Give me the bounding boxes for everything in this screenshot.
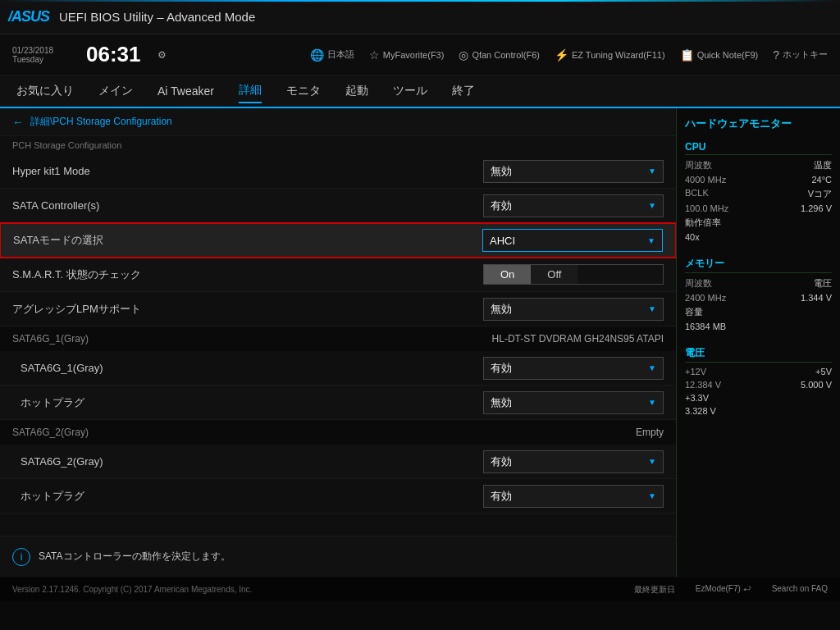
panel-volt-row0: +12V +5V xyxy=(685,367,832,377)
breadcrumb: ← 詳細\PCH Storage Configuration xyxy=(0,108,676,136)
panel-volt-single1: 3.328 V xyxy=(685,406,832,416)
setting-label-hotplug1: ホットプラグ xyxy=(12,395,483,410)
panel-section-memory: メモリー 周波数 電圧 2400 MHz 1.344 V 容量 16384 MB xyxy=(685,257,832,335)
hotkey-label: ホットキー xyxy=(783,48,828,61)
setting-row-hotplug2: ホットプラグ 有効 ▼ xyxy=(0,479,676,514)
qfan-button[interactable]: ◎ Qfan Control(F6) xyxy=(459,48,540,62)
setting-value-hyperkit: 無効 ▼ xyxy=(483,160,664,183)
panel-cpu-key2: BCLK xyxy=(685,188,709,200)
panel-volt-val0: +5V xyxy=(815,367,832,377)
panel-voltage-title: 電圧 xyxy=(685,346,832,363)
nav-details[interactable]: 詳細 xyxy=(239,79,262,103)
dropdown-hyperkit[interactable]: 無効 ▼ xyxy=(483,160,664,183)
right-panel: ハードウェアモニター CPU 周波数 温度 4000 MHz 24°C BCLK… xyxy=(676,108,840,577)
nav-ai-tweaker[interactable]: Ai Tweaker xyxy=(158,80,214,102)
top-icons-bar: 🌐 日本語 ☆ MyFavorite(F3) ◎ Qfan Control(F6… xyxy=(310,48,828,62)
note-icon: 📋 xyxy=(680,48,694,62)
toggle-on-button[interactable]: On xyxy=(484,265,531,284)
panel-mem-single0: 容量 xyxy=(685,306,832,318)
panel-section-voltage: 電圧 +12V +5V 12.384 V 5.000 V +3.3V 3.328… xyxy=(685,346,832,419)
panel-cpu-key0: 周波数 xyxy=(685,159,712,171)
panel-mem-single1: 16384 MB xyxy=(685,322,832,331)
panel-cpu-single0: 動作倍率 xyxy=(685,217,832,229)
dropdown-sata6g2-enabled-arrow: ▼ xyxy=(648,457,656,466)
panel-cpu-row2: BCLK Vコア xyxy=(685,188,832,200)
setting-row-hotplug1: ホットプラグ 無効 ▼ xyxy=(0,386,676,420)
left-content: ← 詳細\PCH Storage Configuration PCH Stora… xyxy=(0,108,676,577)
clock-settings-icon[interactable]: ⚙ xyxy=(158,49,167,61)
setting-label-satacontroller: SATA Controller(s) xyxy=(12,199,483,212)
panel-section-cpu: CPU 周波数 温度 4000 MHz 24°C BCLK Vコア 100.0 … xyxy=(685,141,832,245)
day: Tuesday xyxy=(12,55,70,64)
version-text: Version 2.17.1246. Copyright (C) 2017 Am… xyxy=(12,585,252,594)
search-faq-button[interactable]: Search on FAQ xyxy=(772,584,828,596)
setting-row-satacontroller: SATA Controller(s) 有効 ▼ xyxy=(0,189,676,223)
setting-label-sata6g2-enabled: SATA6G_2(Gray) xyxy=(12,455,483,468)
nav-bar: お気に入り メイン Ai Tweaker 詳細 モニタ 起動 ツール 終了 xyxy=(0,75,840,108)
dropdown-hotplug1[interactable]: 無効 ▼ xyxy=(483,391,664,414)
panel-volt-key0: +12V xyxy=(685,367,706,377)
hotkey-button[interactable]: ? ホットキー xyxy=(773,48,828,62)
dropdown-lpm-arrow: ▼ xyxy=(648,304,656,313)
dropdown-hotplug1-arrow: ▼ xyxy=(648,398,656,407)
section-label: PCH Storage Configuration xyxy=(0,136,676,154)
last-update-button[interactable]: 最終更新日 xyxy=(634,584,675,596)
nav-exit[interactable]: 終了 xyxy=(452,80,475,103)
panel-volt-single0: +3.3V xyxy=(685,393,832,403)
dropdown-sata6g1-enabled[interactable]: 有効 ▼ xyxy=(483,357,664,380)
setting-label-satamode: SATAモードの選択 xyxy=(13,233,482,248)
setting-row-satamode: SATAモードの選択 AHCI ▼ xyxy=(0,223,676,258)
star-icon: ☆ xyxy=(369,48,380,62)
panel-mem-row0: 周波数 電圧 xyxy=(685,277,832,290)
quicknote-button[interactable]: 📋 Quick Note(F9) xyxy=(680,48,759,62)
setting-label-hotplug2: ホットプラグ xyxy=(12,489,483,504)
dropdown-sata6g1-enabled-arrow: ▼ xyxy=(648,363,656,372)
nav-main[interactable]: メイン xyxy=(98,80,133,103)
panel-cpu-title: CPU xyxy=(685,141,832,155)
myfavorite-button[interactable]: ☆ MyFavorite(F3) xyxy=(369,48,445,62)
clock-bar: 01/23/2018 Tuesday 06:31 ⚙ 🌐 日本語 ☆ MyFav… xyxy=(0,34,840,75)
panel-cpu-key3: 100.0 MHz xyxy=(685,203,728,213)
back-button[interactable]: ← xyxy=(12,116,24,129)
setting-label-lpm: アグレッシブLPMサポート xyxy=(12,302,483,317)
toggle-off-button[interactable]: Off xyxy=(531,265,578,284)
panel-cpu-key1: 4000 MHz xyxy=(685,175,726,185)
subsection-sata6g1: SATA6G_1(Gray) HL-DT-ST DVDRAM GH24NS95 … xyxy=(0,326,676,351)
qfan-label: Qfan Control(F6) xyxy=(472,50,540,60)
setting-label-smart: S.M.A.R.T. 状態のチェック xyxy=(12,267,483,282)
nav-tools[interactable]: ツール xyxy=(393,80,427,103)
nav-boot[interactable]: 起動 xyxy=(345,80,368,103)
nav-monitor[interactable]: モニタ xyxy=(286,80,321,103)
breadcrumb-path: 詳細\PCH Storage Configuration xyxy=(30,115,172,129)
ez-mode-button[interactable]: EzMode(F7) ⮐ xyxy=(696,584,751,596)
info-text: SATAコントローラーの動作を決定します。 xyxy=(39,550,231,564)
dropdown-lpm-value: 無効 xyxy=(491,302,512,317)
dropdown-lpm[interactable]: 無効 ▼ xyxy=(483,298,664,321)
panel-volt-row1: 12.384 V 5.000 V xyxy=(685,380,832,390)
main-layout: ← 詳細\PCH Storage Configuration PCH Stora… xyxy=(0,108,840,577)
panel-memory-title: メモリー xyxy=(685,257,832,273)
dropdown-satacontroller[interactable]: 有効 ▼ xyxy=(483,194,664,217)
language-button[interactable]: 🌐 日本語 xyxy=(310,48,354,62)
dropdown-satamode[interactable]: AHCI ▼ xyxy=(482,229,663,252)
setting-value-sata6g2-enabled: 有効 ▼ xyxy=(483,450,664,473)
bios-title: UEFI BIOS Utility – Advanced Mode xyxy=(59,10,255,24)
setting-value-lpm: 無効 ▼ xyxy=(483,298,664,321)
myfavorite-label: MyFavorite(F3) xyxy=(383,50,445,60)
dropdown-hyperkit-arrow: ▼ xyxy=(648,167,656,176)
language-label: 日本語 xyxy=(327,48,354,61)
status-bar: Version 2.17.1246. Copyright (C) 2017 Am… xyxy=(0,577,840,601)
setting-value-satacontroller: 有効 ▼ xyxy=(483,194,664,217)
subsection-sata6g1-value: HL-DT-ST DVDRAM GH24NS95 ATAPI xyxy=(492,333,664,345)
lightning-icon: ⚡ xyxy=(555,48,568,62)
dropdown-satacontroller-value: 有効 xyxy=(491,199,512,213)
asus-logo: /ASUS xyxy=(8,8,49,25)
setting-value-smart: On Off xyxy=(483,264,664,285)
panel-cpu-val3: 1.296 V xyxy=(801,203,832,213)
dropdown-sata6g2-enabled[interactable]: 有効 ▼ xyxy=(483,450,664,473)
panel-mem-val0: 電圧 xyxy=(814,277,832,290)
dropdown-hotplug2[interactable]: 有効 ▼ xyxy=(483,485,664,508)
eztuning-button[interactable]: ⚡ EZ Tuning Wizard(F11) xyxy=(555,48,665,62)
fan-icon: ◎ xyxy=(459,48,468,62)
nav-favorites[interactable]: お気に入り xyxy=(16,80,74,103)
